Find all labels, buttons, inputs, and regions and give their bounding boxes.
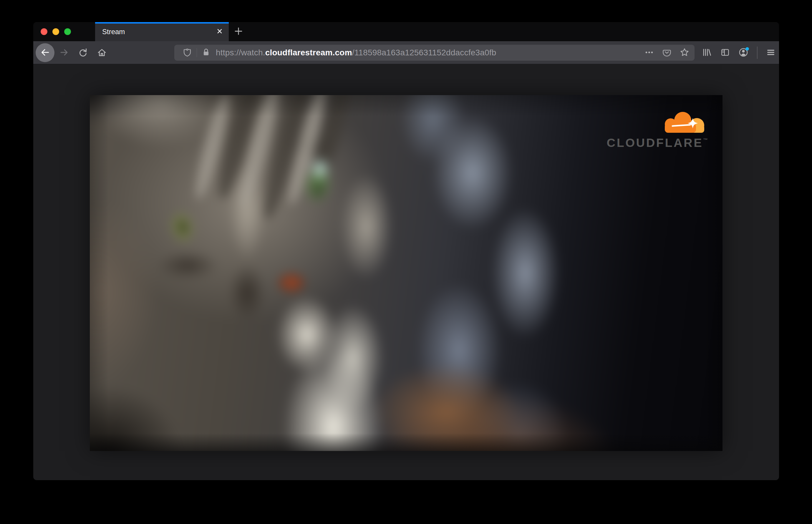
sidebar-icon: [720, 47, 730, 59]
tab-close-button[interactable]: [215, 27, 225, 37]
pocket-button[interactable]: [662, 47, 672, 58]
sidebar-button[interactable]: [720, 47, 730, 58]
close-icon: [216, 28, 223, 36]
new-tab-button[interactable]: [231, 22, 246, 41]
menu-button[interactable]: [765, 47, 776, 58]
desktop: { "tab_bar": { "active_tab_title": "Stre…: [0, 0, 812, 524]
browser-window: Stream: [33, 22, 779, 480]
forward-button[interactable]: [59, 47, 69, 58]
address-bar[interactable]: https://watch.cloudflarestream.com/11859…: [174, 45, 695, 61]
notification-badge: [745, 47, 749, 51]
back-button[interactable]: [36, 43, 54, 62]
hamburger-icon: [765, 47, 776, 59]
page-actions-button[interactable]: [644, 47, 654, 58]
url-path: /118598a163a125631152ddaccfe3a0fb: [352, 48, 497, 57]
home-button[interactable]: [97, 47, 107, 58]
window-minimize-button[interactable]: [52, 28, 59, 35]
forward-icon: [59, 47, 69, 59]
lock-icon: [201, 47, 211, 58]
reload-icon: [78, 47, 88, 59]
library-button[interactable]: [701, 47, 712, 58]
pocket-icon: [662, 47, 672, 59]
bookmark-star-button[interactable]: [679, 47, 690, 58]
trademark-symbol: ™: [703, 137, 708, 143]
account-icon: [738, 47, 750, 59]
toolbar-divider: [757, 47, 758, 59]
window-close-button[interactable]: [40, 28, 47, 35]
tab-bar: Stream: [33, 22, 779, 41]
cloudflare-logo: CLOUDFLARE™: [607, 110, 708, 149]
toolbar-right-group: [701, 41, 776, 64]
account-button[interactable]: [738, 47, 749, 58]
star-icon: [679, 47, 690, 59]
cloudflare-cloud-icon: [660, 110, 707, 134]
back-icon: [39, 47, 51, 59]
library-icon: [701, 47, 712, 59]
ellipsis-icon: [644, 47, 654, 59]
shield-icon: [182, 54, 192, 58]
tab-stream[interactable]: Stream: [95, 22, 229, 41]
reload-button[interactable]: [78, 47, 88, 58]
url-domain: cloudflarestream.com: [265, 48, 352, 57]
url-text[interactable]: https://watch.cloudflarestream.com/11859…: [216, 48, 637, 58]
window-zoom-button[interactable]: [64, 28, 71, 35]
tracking-protection-button[interactable]: [182, 47, 193, 58]
plus-icon: [234, 27, 243, 37]
addressbar-divider: [197, 48, 197, 57]
navigation-toolbar: https://watch.cloudflarestream.com/11859…: [33, 41, 779, 64]
url-prefix: https://watch.: [216, 48, 265, 57]
traffic-lights: [40, 22, 71, 41]
page-content: CLOUDFLARE™: [33, 64, 779, 480]
video-player[interactable]: CLOUDFLARE™: [90, 95, 722, 451]
cloudflare-wordmark-text: CLOUDFLARE: [607, 136, 703, 150]
tab-title: Stream: [95, 28, 215, 36]
home-icon: [97, 47, 107, 59]
cloudflare-wordmark: CLOUDFLARE™: [607, 137, 708, 149]
